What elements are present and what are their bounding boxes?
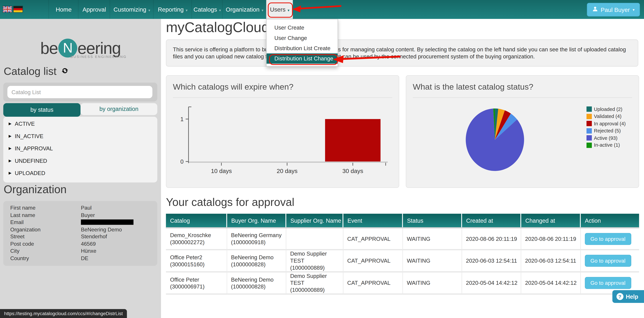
catalog-name: Demo_Kroschke bbox=[170, 232, 224, 239]
org-field-email: Email bbox=[3, 219, 157, 226]
nav-item-label: Home bbox=[56, 6, 72, 13]
svg-text:10 days: 10 days bbox=[211, 168, 232, 174]
legend-label: In-active (1) bbox=[594, 142, 620, 148]
column-header-event: Event bbox=[343, 214, 402, 228]
go-to-approval-button[interactable]: Go to approval bbox=[585, 233, 631, 245]
service-intro-text: This service is offering a platform to b… bbox=[166, 40, 638, 66]
status-group-uploaded[interactable]: ▶UPLOADED bbox=[3, 167, 157, 179]
cell-event: CAT_APPROVAL bbox=[343, 250, 402, 272]
users-dropdown-menu: User Create User Change Distribution Lis… bbox=[266, 19, 338, 67]
sidebar: beNeering BUSINESS ENGINEERING Catalog l… bbox=[0, 19, 161, 318]
status-group-active[interactable]: ▶ACTIVE bbox=[3, 117, 157, 130]
supplier-id: (1000000889) bbox=[290, 286, 340, 293]
field-value: BeNeering Demo bbox=[81, 226, 122, 233]
legend-label: In approval (4) bbox=[594, 121, 626, 126]
menu-item-distribution-list-create[interactable]: Distribution List Create bbox=[266, 43, 338, 53]
chevron-down-icon: ▾ bbox=[288, 8, 290, 12]
chevron-down-icon: ▾ bbox=[633, 8, 634, 12]
catalog-id: (3000006971) bbox=[170, 283, 224, 290]
status-group-in-approval[interactable]: ▶IN_APPROVAL bbox=[3, 142, 157, 154]
nav-item-customizing[interactable]: Customizing▾ bbox=[110, 0, 154, 19]
supplier-name: Demo Supplier TEST bbox=[290, 272, 340, 286]
service-intro-panel: This service is offering a platform to b… bbox=[166, 40, 638, 67]
app-window: Home Approval Customizing▾ Reporting▾ Ca… bbox=[0, 0, 644, 318]
user-icon bbox=[592, 6, 598, 13]
status-group-in-active[interactable]: ▶IN_ACTIVE bbox=[3, 130, 157, 142]
supplier-name: Demo Supplier TEST bbox=[290, 250, 340, 264]
column-header-buyer-org: Buyer Org. Name bbox=[227, 214, 286, 228]
nav-item-label: Reporting bbox=[158, 6, 184, 13]
field-value: 46569 bbox=[81, 241, 96, 248]
menu-item-user-create[interactable]: User Create bbox=[266, 23, 338, 33]
nav-item-reporting[interactable]: Reporting▾ bbox=[153, 0, 192, 19]
nav-item-label: Catalogs bbox=[194, 6, 217, 13]
svg-text:0: 0 bbox=[180, 158, 184, 165]
legend-swatch bbox=[586, 142, 592, 148]
logo-text-left: be bbox=[40, 39, 58, 57]
catalog-name: Office Peter2 bbox=[170, 254, 224, 261]
nav-item-approval[interactable]: Approval bbox=[78, 0, 110, 19]
tab-by-organization[interactable]: by organization bbox=[80, 103, 157, 115]
cell-created-at: 2020-08-06 20:11:19 bbox=[462, 228, 521, 250]
legend-item-active: Active (93) bbox=[586, 134, 626, 142]
user-account-button[interactable]: Paul Buyer ▾ bbox=[587, 3, 640, 17]
column-header-changed-at: Changed at bbox=[521, 214, 580, 228]
table-row: Demo_Kroschke(3000002272) BeNeering Germ… bbox=[166, 228, 639, 250]
nav-item-home[interactable]: Home bbox=[48, 0, 78, 19]
table-row: Office Peter(3000006971) BeNeering Demo(… bbox=[166, 272, 639, 294]
refresh-icon[interactable] bbox=[61, 65, 69, 78]
table-header-row: Catalog Buyer Org. Name Supplier Org. Na… bbox=[166, 214, 639, 228]
legend-item-in-active: In-active (1) bbox=[586, 142, 626, 149]
organization-heading: Organization bbox=[4, 183, 66, 196]
go-to-approval-button[interactable]: Go to approval bbox=[585, 277, 631, 289]
organization-details-panel: First namePaul Last nameBuyer Email Orga… bbox=[3, 201, 157, 266]
help-label: Help bbox=[626, 293, 638, 300]
field-label: Post code bbox=[3, 241, 81, 248]
approval-table: Catalog Buyer Org. Name Supplier Org. Na… bbox=[166, 214, 639, 294]
status-group-label: ACTIVE bbox=[15, 121, 35, 127]
legend-swatch bbox=[586, 107, 592, 112]
buyer-name: BeNeering Germany bbox=[231, 232, 283, 239]
uk-flag-icon[interactable] bbox=[3, 6, 12, 13]
status-group-undefined[interactable]: ▶UNDEFINED bbox=[3, 155, 157, 167]
buyer-id: (1000000918) bbox=[231, 239, 283, 246]
nav-item-catalogs[interactable]: Catalogs▾ bbox=[191, 0, 222, 19]
field-label: City bbox=[3, 248, 81, 255]
buyer-id: (1000000828) bbox=[231, 283, 283, 290]
expiry-chart-title: Which catalogs will expire when? bbox=[173, 82, 294, 92]
pie-legend: Uploaded (2) Validated (4) In approval (… bbox=[586, 106, 626, 149]
org-field-last-name: Last nameBuyer bbox=[3, 212, 157, 219]
menu-item-distribution-list-change[interactable]: Distribution List Change bbox=[266, 53, 338, 64]
field-value: Buyer bbox=[81, 212, 95, 219]
nav-item-organization[interactable]: Organization▾ bbox=[222, 0, 266, 19]
column-header-action: Action bbox=[580, 214, 639, 228]
org-field-organization: OrganizationBeNeering Demo bbox=[3, 226, 157, 233]
go-to-approval-button[interactable]: Go to approval bbox=[585, 255, 631, 267]
column-header-created-at: Created at bbox=[462, 214, 521, 228]
field-label: Organization bbox=[3, 226, 81, 233]
field-label: Country bbox=[3, 255, 81, 262]
nav-item-label: Approval bbox=[82, 6, 106, 13]
catalog-list-title: Catalog list bbox=[4, 65, 56, 78]
legend-label: Uploaded (2) bbox=[594, 106, 622, 112]
cell-event: CAT_APPROVAL bbox=[343, 272, 402, 294]
germany-flag-icon[interactable] bbox=[14, 6, 23, 13]
catalog-search-input[interactable] bbox=[8, 86, 152, 98]
legend-item-uploaded: Uploaded (2) bbox=[586, 106, 626, 113]
chevron-right-icon: ▶ bbox=[8, 171, 12, 175]
nav-item-label: Organization bbox=[226, 6, 260, 13]
legend-label: Validated (4) bbox=[594, 114, 621, 119]
chevron-right-icon: ▶ bbox=[8, 159, 12, 163]
help-button[interactable]: ? Help bbox=[612, 290, 644, 303]
table-row: Office Peter2(3000015160) BeNeering Demo… bbox=[166, 250, 639, 272]
tab-by-status[interactable]: by status bbox=[3, 103, 80, 117]
menu-item-user-change[interactable]: User Change bbox=[266, 33, 338, 43]
buyer-id: (1000000828) bbox=[231, 261, 283, 268]
cell-status: WAITING bbox=[402, 272, 462, 294]
legend-item-validated: Validated (4) bbox=[586, 113, 626, 120]
catalog-search-panel bbox=[3, 83, 157, 102]
nav-item-users[interactable]: Users▾ bbox=[266, 0, 293, 19]
svg-text:20 days: 20 days bbox=[277, 168, 298, 174]
question-mark-icon: ? bbox=[616, 293, 623, 300]
legend-swatch bbox=[586, 121, 592, 126]
